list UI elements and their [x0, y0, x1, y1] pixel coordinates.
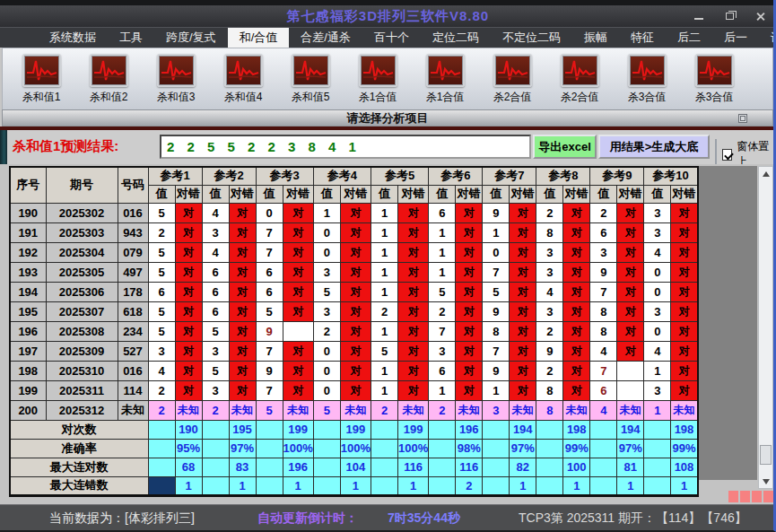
stat-value-ref10[interactable]: 198 [671, 420, 698, 439]
cell-value-ref2[interactable]: 2 [202, 400, 229, 420]
cell-judge-ref5[interactable]: 对 [398, 361, 429, 380]
cell-value-ref2[interactable]: 3 [202, 222, 229, 242]
cell-value-ref5[interactable]: 1 [371, 321, 398, 341]
stat-empty-cell[interactable] [644, 439, 671, 458]
cell-judge-ref8[interactable]: 对 [563, 301, 590, 321]
cell-judge-ref10[interactable]: 对 [671, 321, 698, 341]
cell-judge-ref7[interactable]: 对 [510, 282, 536, 301]
cell-number[interactable]: 234 [118, 321, 148, 341]
cell-judge-ref3[interactable]: 对 [283, 341, 313, 361]
cell-value-ref3[interactable]: 9 [256, 321, 283, 341]
cell-value-ref7[interactable]: 1 [483, 222, 510, 242]
stat-value-ref9[interactable]: 194 [617, 420, 644, 439]
tool-button-10[interactable]: 杀3合值 [621, 54, 673, 105]
cell-judge-ref2[interactable]: 对 [229, 321, 256, 341]
cell-value-ref9[interactable]: 2 [590, 203, 617, 222]
cell-number[interactable]: 527 [118, 341, 148, 361]
cell-value-ref8[interactable]: 9 [536, 341, 563, 361]
stat-value-ref8[interactable]: 100 [563, 458, 590, 476]
cell-judge-ref6[interactable]: 对 [456, 242, 483, 262]
cell-value-ref5[interactable]: 2 [371, 400, 398, 420]
cell-judge-ref5[interactable]: 对 [398, 301, 429, 321]
stat-value-ref7[interactable]: 194 [510, 420, 536, 439]
cell-value-ref9[interactable]: 7 [590, 282, 617, 301]
menu-item-7[interactable]: 定位二码 [421, 28, 491, 48]
stat-value-ref3[interactable]: 196 [283, 458, 313, 476]
cell-judge-ref8[interactable]: 对 [563, 361, 590, 380]
cell-judge-ref10[interactable]: 对 [671, 301, 698, 321]
cell-judge-ref1[interactable]: 对 [175, 203, 202, 222]
cell-judge-ref10[interactable]: 未知 [671, 400, 698, 420]
cell-judge-ref3[interactable]: 对 [283, 282, 313, 301]
tool-button-6[interactable]: 杀1合值 [352, 54, 404, 105]
cell-number[interactable]: 114 [118, 380, 148, 400]
stat-value-ref9[interactable]: 1 [617, 476, 644, 495]
cell-value-ref10[interactable]: 3 [644, 222, 671, 242]
stat-value-ref1[interactable]: 68 [175, 458, 202, 476]
cell-judge-ref4[interactable]: 对 [340, 203, 371, 222]
cell-value-ref8[interactable]: 3 [536, 301, 563, 321]
stat-empty-cell[interactable] [536, 439, 563, 458]
stat-empty-cell[interactable] [644, 420, 671, 439]
export-excel-button[interactable]: 导出excel [533, 135, 597, 159]
stat-empty-cell[interactable] [313, 458, 340, 476]
cell-value-ref3[interactable]: 6 [256, 262, 283, 282]
cell-judge-ref3[interactable]: 对 [283, 222, 313, 242]
cell-judge-ref7[interactable]: 对 [510, 262, 536, 282]
stat-empty-cell[interactable] [536, 458, 563, 476]
cell-value-ref4[interactable]: 0 [313, 341, 340, 361]
stat-value-ref5[interactable]: 116 [398, 458, 429, 476]
cell-value-ref1[interactable]: 5 [148, 242, 175, 262]
prediction-result-input[interactable] [160, 135, 531, 159]
cell-judge-ref10[interactable]: 对 [671, 203, 698, 222]
cell-value-ref10[interactable]: 0 [644, 262, 671, 282]
cell-number[interactable]: 016 [118, 361, 148, 380]
stat-empty-cell[interactable] [536, 476, 563, 495]
stat-value-ref7[interactable]: 82 [510, 458, 536, 476]
cell-judge-ref7[interactable]: 对 [510, 321, 536, 341]
cell-number[interactable]: 618 [118, 301, 148, 321]
cell-judge-ref1[interactable]: 对 [175, 341, 202, 361]
cell-judge-ref8[interactable]: 对 [563, 341, 590, 361]
cell-value-ref3[interactable]: 7 [256, 222, 283, 242]
cell-judge-ref7[interactable]: 对 [510, 361, 536, 380]
cell-value-ref7[interactable]: 5 [483, 282, 510, 301]
cell-seq[interactable]: 194 [10, 282, 46, 301]
cell-judge-ref10[interactable]: 对 [671, 262, 698, 282]
stat-value-ref6[interactable]: 98% [456, 439, 483, 458]
cell-judge-ref2[interactable]: 未知 [229, 400, 256, 420]
cell-value-ref2[interactable]: 6 [202, 301, 229, 321]
cell-judge-ref1[interactable]: 对 [175, 262, 202, 282]
stat-empty-cell[interactable] [148, 458, 175, 476]
cell-judge-ref2[interactable]: 对 [229, 361, 256, 380]
cell-judge-ref5[interactable]: 对 [398, 282, 429, 301]
cell-judge-ref1[interactable]: 对 [175, 321, 202, 341]
cell-value-ref2[interactable]: 5 [202, 321, 229, 341]
cell-value-ref4[interactable]: 0 [313, 222, 340, 242]
cell-period[interactable]: 2025305 [46, 262, 118, 282]
stat-value-ref2[interactable]: 83 [229, 458, 256, 476]
stat-value-ref7[interactable]: 97% [510, 439, 536, 458]
stat-value-ref8[interactable]: 99% [563, 439, 590, 458]
cell-seq[interactable]: 195 [10, 301, 46, 321]
stat-empty-cell[interactable] [148, 420, 175, 439]
cell-judge-ref5[interactable]: 对 [398, 222, 429, 242]
cell-judge-ref9[interactable]: 对 [617, 321, 644, 341]
cell-value-ref4[interactable]: 0 [313, 380, 340, 400]
cell-value-ref3[interactable]: 7 [256, 242, 283, 262]
stat-empty-cell[interactable] [483, 458, 510, 476]
cell-judge-ref6[interactable]: 对 [456, 222, 483, 242]
cell-value-ref4[interactable]: 5 [313, 282, 340, 301]
cell-value-ref7[interactable]: 1 [483, 380, 510, 400]
cell-judge-ref8[interactable]: 对 [563, 242, 590, 262]
cell-value-ref6[interactable]: 6 [429, 203, 456, 222]
cell-value-ref5[interactable]: 1 [371, 262, 398, 282]
cell-value-ref8[interactable]: 2 [536, 361, 563, 380]
cell-period[interactable]: 2025309 [46, 341, 118, 361]
cell-judge-ref5[interactable]: 对 [398, 203, 429, 222]
cell-period[interactable]: 2025310 [46, 361, 118, 380]
cell-value-ref2[interactable]: 4 [202, 242, 229, 262]
cell-value-ref10[interactable]: 3 [644, 380, 671, 400]
cell-judge-ref4[interactable]: 对 [340, 361, 371, 380]
stat-value-ref5[interactable]: 100% [398, 439, 429, 458]
